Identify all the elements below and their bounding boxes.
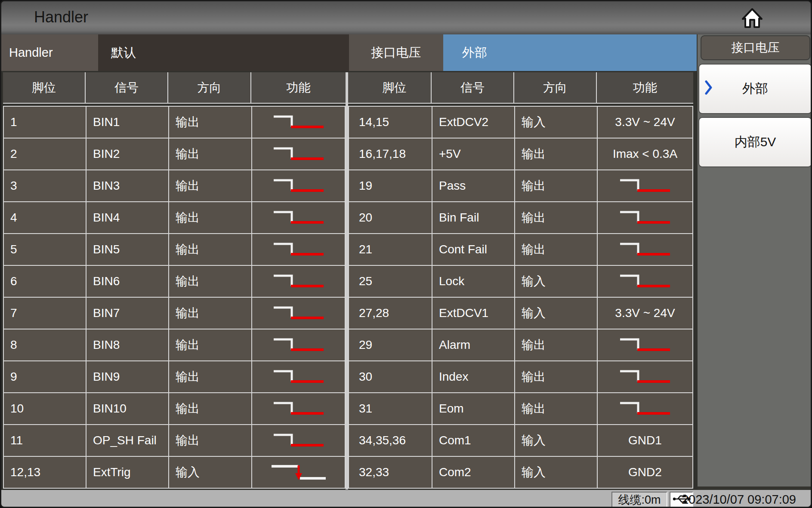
table-row: 29Alarm输出 [349, 329, 692, 361]
handler-label: Handler [1, 34, 98, 71]
direction-cell: 输出 [515, 202, 598, 233]
table-row: 14,15ExtDCV2输入3.3V ~ 24V [349, 107, 692, 139]
signal-cell: Cont Fail [432, 234, 515, 265]
pin-cell: 21 [349, 234, 432, 265]
table-row: 20Bin Fail输出 [349, 202, 692, 234]
table-row: 34,35,36Com1输入GND1 [349, 425, 692, 457]
function-cell [598, 393, 692, 424]
signal-cell: Bin Fail [432, 202, 515, 233]
pin-cell: 34,35,36 [349, 425, 432, 456]
pin-table-left: 脚位信号方向功能 1BIN1输出2BIN2输出3BIN3输出4BIN4输出5BI… [3, 72, 346, 489]
function-cell [252, 234, 345, 265]
status-bar: 线缆:0m 2023/10/07 09:07:09 [1, 490, 811, 508]
parameter-bar: Handler 默认 接口电压 外部 [1, 34, 697, 71]
interface-voltage-field[interactable]: 外部 [443, 34, 697, 71]
signal-cell: BIN2 [86, 139, 169, 169]
function-cell [598, 234, 692, 265]
table-row: 3BIN3输出 [4, 170, 345, 202]
function-cell [598, 170, 692, 201]
table-row: 32,33Com2输入GND2 [349, 457, 692, 488]
table-row: 27,28ExtDCV1输入3.3V ~ 24V [349, 298, 692, 329]
column-header: 信号 [86, 72, 168, 103]
pin-cell: 7 [4, 298, 86, 329]
table-row: 11OP_SH Fail输出 [4, 425, 345, 457]
pin-cell: 14,15 [349, 107, 432, 138]
signal-cell: BIN10 [86, 393, 169, 424]
column-header: 功能 [251, 72, 346, 103]
sidebar-header: 接口电压 [701, 35, 810, 60]
signal-cell: BIN5 [86, 234, 169, 265]
active-low-waveform-icon [272, 368, 325, 385]
direction-cell: 输出 [169, 107, 252, 138]
signal-cell: BIN4 [86, 202, 169, 233]
signal-cell: ExtTrig [86, 457, 169, 488]
signal-cell: ExtDCV2 [432, 107, 515, 138]
direction-cell: 输出 [515, 361, 598, 392]
pin-cell: 3 [4, 170, 86, 201]
direction-cell: 输出 [169, 170, 252, 201]
falling-edge-waveform-icon [270, 463, 327, 482]
active-low-waveform-icon [272, 305, 325, 322]
datetime-text: 2023/10/07 09:07:09 [682, 490, 796, 508]
direction-cell: 输出 [169, 139, 252, 169]
sidebar-button-label: 外部 [742, 80, 768, 98]
column-header: 功能 [597, 72, 693, 103]
pin-table-right: 脚位信号方向功能 14,15ExtDCV2输入3.3V ~ 24V16,17,1… [348, 72, 693, 489]
column-header: 方向 [514, 72, 597, 103]
direction-cell: 输入 [515, 107, 598, 138]
direction-cell: 输出 [169, 298, 252, 329]
selected-chevron-icon [704, 80, 713, 98]
function-cell [252, 139, 345, 169]
direction-cell: 输出 [169, 393, 252, 424]
sidebar-button-external[interactable]: 外部 [698, 64, 812, 114]
sidebar-button-internal-5v[interactable]: 内部5V [698, 117, 812, 167]
table-row: 19Pass输出 [349, 170, 692, 202]
signal-cell: Pass [432, 170, 515, 201]
signal-cell: Lock [432, 266, 515, 297]
active-low-waveform-icon [272, 273, 325, 290]
active-low-waveform-icon [272, 336, 325, 354]
direction-cell: 输出 [169, 234, 252, 265]
active-low-waveform-icon [618, 368, 672, 385]
pin-cell: 8 [4, 329, 86, 360]
active-low-waveform-icon [618, 273, 672, 290]
pin-cell: 11 [4, 425, 86, 456]
function-cell: 3.3V ~ 24V [598, 107, 692, 138]
handler-mode-field[interactable]: 默认 [98, 34, 349, 71]
direction-cell: 输入 [515, 425, 598, 456]
table-row: 5BIN5输出 [4, 234, 345, 266]
pin-cell: 6 [4, 266, 86, 297]
signal-cell: BIN1 [86, 107, 169, 138]
pin-cell: 31 [349, 393, 432, 424]
table-body: 14,15ExtDCV2输入3.3V ~ 24V16,17,18+5V输出Ima… [348, 106, 693, 489]
signal-cell: BIN8 [86, 329, 169, 360]
pin-cell: 29 [349, 329, 432, 360]
function-cell [252, 266, 345, 297]
handler-screen: Handler Handler 默认 接口电压 外部 脚位信号方向功能 1BIN… [0, 0, 812, 508]
function-cell [252, 329, 345, 360]
active-low-waveform-icon [618, 209, 672, 226]
pin-cell: 5 [4, 234, 86, 265]
direction-cell: 输出 [515, 139, 598, 169]
column-header: 信号 [432, 72, 514, 103]
signal-cell: +5V [432, 139, 515, 169]
table-row: 8BIN8输出 [4, 329, 345, 361]
pin-cell: 30 [349, 361, 432, 392]
pin-cell: 1 [4, 107, 86, 138]
direction-cell: 输入 [515, 298, 598, 329]
direction-cell: 输入 [515, 457, 598, 488]
active-low-waveform-icon [272, 432, 325, 449]
direction-cell: 输入 [169, 457, 252, 488]
pin-cell: 10 [4, 393, 86, 424]
function-cell [252, 457, 345, 488]
sidebar-button-label: 内部5V [735, 133, 776, 151]
active-low-waveform-icon [272, 241, 325, 258]
table-body: 1BIN1输出2BIN2输出3BIN3输出4BIN4输出5BIN5输出6BIN6… [3, 106, 346, 489]
home-button[interactable] [740, 7, 764, 30]
signal-cell: Com1 [432, 425, 515, 456]
function-cell [252, 298, 345, 329]
direction-cell: 输入 [515, 266, 598, 297]
table-row: 10BIN10输出 [4, 393, 345, 425]
active-low-waveform-icon [618, 336, 672, 354]
direction-cell: 输出 [169, 266, 252, 297]
